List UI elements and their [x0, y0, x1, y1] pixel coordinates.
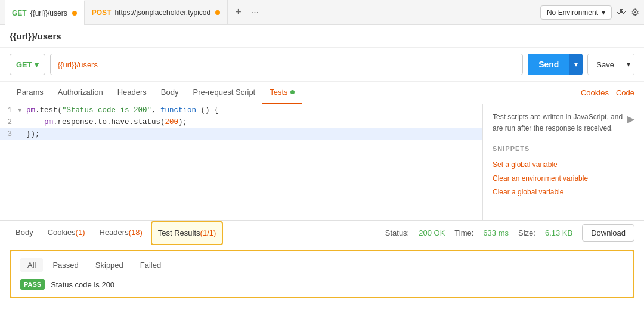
response-tabs-bar: Body Cookies (1) Headers (18) Test Resul…: [0, 221, 644, 245]
test-results-panel: All Passed Skipped Failed PASS Status co…: [10, 250, 634, 298]
snippets-title: SNIPPETS: [493, 144, 634, 154]
sidebar-info-text: Test scripts are written in JavaScript, …: [493, 113, 623, 132]
tab-dot-post: [215, 10, 220, 15]
filter-skipped[interactable]: Skipped: [88, 258, 131, 272]
chevron-down-icon: ▾: [602, 8, 605, 17]
request-title: {{url}}/users: [0, 25, 644, 48]
status-info: Status: 200 OK Time: 633 ms Size: 6.13 K…: [385, 224, 634, 242]
line-number-1: 1: [0, 104, 18, 116]
tab-bar: GET {{url}}/users POST https://jsonplace…: [0, 0, 644, 25]
save-dropdown-button[interactable]: ▾: [623, 54, 634, 75]
tab-body[interactable]: Body: [154, 82, 186, 104]
headers-badge: (18): [129, 228, 143, 237]
environment-label: No Environment: [547, 8, 598, 17]
code-content-1: pm.test("Status code is 200", function (…: [26, 104, 482, 116]
environment-section: No Environment ▾ 👁 ⚙: [540, 5, 639, 20]
pass-badge: PASS: [20, 279, 45, 290]
filter-passed[interactable]: Passed: [45, 258, 85, 272]
resp-tab-cookies[interactable]: Cookies (1): [42, 221, 91, 245]
response-area: Body Cookies (1) Headers (18) Test Resul…: [0, 221, 644, 298]
test-name: Status code is 200: [51, 280, 114, 289]
tab-params[interactable]: Params: [10, 82, 51, 104]
code-content-3: });: [26, 128, 482, 140]
method-label-post: POST: [92, 8, 112, 17]
send-dropdown-button[interactable]: ▾: [569, 54, 583, 75]
code-link[interactable]: Code: [616, 88, 634, 97]
new-tab-button[interactable]: +: [233, 4, 244, 21]
save-button[interactable]: Save ▾: [587, 54, 634, 75]
code-line-3: 3 });: [0, 128, 482, 140]
eye-icon[interactable]: 👁: [617, 7, 626, 18]
tab-post[interactable]: POST https://jsonplaceholder.typicod: [85, 0, 228, 25]
gear-icon[interactable]: ⚙: [631, 7, 639, 18]
sidebar-expand-icon[interactable]: ▶: [627, 112, 634, 127]
tab-url-get: {{url}}/users: [30, 9, 67, 17]
filter-failed[interactable]: Failed: [133, 258, 168, 272]
editor-sidebar: ▶ Test scripts are written in JavaScript…: [483, 104, 644, 220]
fold-indicator-1[interactable]: ▼: [18, 104, 26, 116]
test-row: PASS Status code is 200: [20, 279, 624, 290]
sidebar-info: ▶ Test scripts are written in JavaScript…: [493, 112, 634, 134]
resp-tab-headers[interactable]: Headers (18): [94, 221, 148, 245]
environment-select[interactable]: No Environment ▾: [540, 5, 612, 20]
tab-pre-request-script[interactable]: Pre-request Script: [185, 82, 262, 104]
send-button[interactable]: Send ▾: [528, 54, 583, 75]
send-main-button[interactable]: Send: [528, 54, 569, 75]
method-chevron-icon: ▾: [35, 60, 39, 69]
more-tabs-button[interactable]: ···: [249, 5, 261, 20]
request-tabs: Params Authorization Headers Body Pre-re…: [0, 82, 644, 104]
tab-headers[interactable]: Headers: [110, 82, 154, 104]
request-tab-right: Cookies Code: [581, 88, 634, 97]
tab-actions: + ···: [233, 4, 261, 21]
fold-indicator-2: [18, 116, 26, 128]
method-select[interactable]: GET ▾: [10, 54, 45, 75]
size-value: 6.13 KB: [545, 228, 572, 237]
tab-get-users[interactable]: GET {{url}}/users: [5, 0, 85, 25]
main-content: 1 ▼ pm.test("Status code is 200", functi…: [0, 104, 644, 221]
test-results-badge: (1/1): [200, 228, 216, 237]
code-content-2: pm.response.to.have.status(200);: [26, 116, 482, 128]
status-label: Status:: [385, 228, 409, 237]
code-line-1: 1 ▼ pm.test("Status code is 200", functi…: [0, 104, 482, 116]
filter-tabs: All Passed Skipped Failed: [20, 258, 624, 272]
tab-dot-get: [72, 11, 77, 16]
url-input[interactable]: [50, 54, 523, 75]
cookies-badge: (1): [76, 228, 85, 237]
status-value: 200 OK: [419, 228, 445, 237]
tab-authorization[interactable]: Authorization: [51, 82, 110, 104]
time-value: 633 ms: [483, 228, 509, 237]
line-number-3: 3: [0, 128, 18, 140]
resp-tab-test-results[interactable]: Test Results (1/1): [151, 221, 224, 245]
size-label: Size:: [518, 228, 535, 237]
cookies-link[interactable]: Cookies: [581, 88, 609, 97]
tab-tests[interactable]: Tests: [262, 82, 301, 104]
filter-all[interactable]: All: [20, 258, 43, 272]
method-label-get: GET: [12, 9, 27, 17]
fold-indicator-3: [18, 128, 26, 140]
method-value: GET: [16, 60, 32, 69]
snippet-clear-env[interactable]: Clear an environment variable: [493, 173, 634, 184]
resp-tab-body[interactable]: Body: [10, 221, 39, 245]
tests-active-dot: [290, 90, 295, 94]
tab-url-post: https://jsonplaceholder.typicod: [114, 8, 210, 17]
code-line-2: 2 pm.response.to.have.status(200);: [0, 116, 482, 128]
url-bar: GET ▾ Send ▾ Save ▾: [0, 48, 644, 82]
download-button[interactable]: Download: [582, 224, 634, 242]
line-number-2: 2: [0, 116, 18, 128]
code-editor[interactable]: 1 ▼ pm.test("Status code is 200", functi…: [0, 104, 483, 220]
time-label: Time:: [454, 228, 473, 237]
snippet-clear-global[interactable]: Clear a global variable: [493, 187, 634, 198]
save-main-button[interactable]: Save: [588, 54, 623, 75]
snippet-set-global[interactable]: Set a global variable: [493, 159, 634, 171]
